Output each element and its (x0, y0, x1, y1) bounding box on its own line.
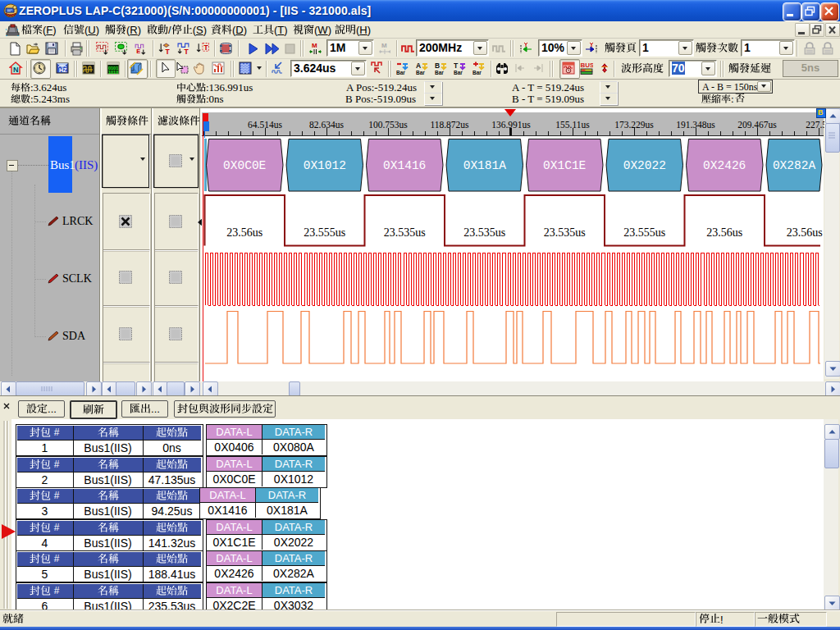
svg-text:1010: 1010 (108, 70, 118, 75)
svg-text:T: T (204, 43, 209, 52)
svg-text:E: E (136, 48, 140, 55)
svg-text:T: T (185, 48, 189, 55)
svg-text:HZ: HZ (59, 67, 67, 73)
svg-text:Bar: Bar (472, 70, 482, 75)
svg-text:B: B (435, 62, 440, 70)
svg-text:Bar: Bar (435, 70, 444, 75)
svg-text:M: M (312, 42, 317, 49)
svg-text:Bar: Bar (416, 70, 425, 75)
svg-text:BUS: BUS (581, 62, 593, 69)
svg-text:Bar: Bar (396, 70, 405, 75)
svg-text:M: M (381, 42, 387, 49)
svg-text:T: T (166, 48, 171, 55)
svg-text:A: A (416, 62, 421, 70)
svg-text:T: T (454, 62, 459, 70)
svg-text:N: N (13, 66, 19, 74)
svg-text:Bar: Bar (454, 70, 463, 75)
